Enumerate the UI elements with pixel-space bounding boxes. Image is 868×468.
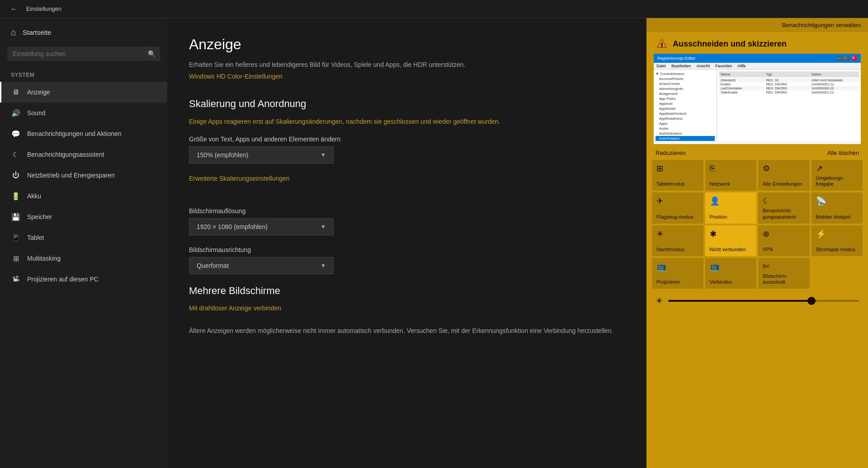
search-input[interactable] [7,47,160,61]
qa-label-nachtmodus: Nachtmodus [656,247,684,253]
resolution-value: 1920 × 1080 (empfohlen) [197,223,268,230]
text-size-dropdown[interactable]: 150% (empfohlen) ▼ [189,146,334,164]
sidebar-item-projizieren[interactable]: 📽 Projizieren auf diesen PC [0,269,167,290]
akku-icon: 🔋 [11,191,21,201]
brightness-icon: ☀ [656,296,663,306]
back-button[interactable]: ← [7,2,21,16]
resolution-dropdown-arrow: ▼ [321,224,326,230]
sidebar: ⌂ Startseite 🔍 System 🖥 Anzeige 🔊 Sound … [0,18,167,468]
sidebar-item-label-benachrichtigungen: Benachrichtigungen und Aktionen [27,130,122,137]
qa-label-projizieren: Projizieren [656,279,680,285]
search-icon: 🔍 [148,50,156,57]
app-notification-title: Ausschneiden und skizzieren [673,39,787,49]
sidebar-home-button[interactable]: ⌂ Startseite [0,18,167,47]
brightness-slider-track[interactable] [668,300,859,302]
page-title: Anzeige [189,36,625,53]
app-notification-header: Ausschneiden und skizzieren [646,32,868,54]
qa-tile-mobiler-hotspot[interactable]: 📡 Mobiler Hotspot [811,192,863,223]
qa-label-tabletmodus: Tabletmodus [656,181,684,187]
vpn-icon: ⊕ [763,229,769,239]
resolution-dropdown[interactable]: 1920 × 1080 (empfohlen) ▼ [189,218,334,235]
sidebar-item-label-speicher: Speicher [27,213,52,220]
qa-tile-bildschirmausschnitt[interactable]: ✄ Bildschirm-ausschnitt [758,258,810,289]
qa-label-netzwerk: Netzwerk [710,181,731,187]
right-panel: Benachrichtigungen verwalten Ausschneide… [646,18,868,468]
mobiler-hotspot-icon: 📡 [816,196,826,206]
svg-rect-1 [661,43,663,46]
svg-rect-2 [661,46,663,47]
qa-tile-benachrichtigungsassistent[interactable]: ☾ Benachrichti-gungsassistent [758,192,810,223]
qa-label-stromspar: Stromspar-modus [816,247,855,253]
sidebar-item-multitasking[interactable]: ⊞ Multitasking [0,248,167,269]
sidebar-home-label: Startseite [23,28,51,36]
sidebar-item-label-multitasking: Multitasking [27,255,61,262]
multitasking-icon: ⊞ [11,253,21,263]
alle-einstellungen-icon: ⚙ [763,164,770,173]
orientation-dropdown[interactable]: Querformat ▼ [189,257,334,274]
sidebar-item-sound[interactable]: 🔊 Sound [0,103,167,123]
qa-tile-umgebungsfreigabe[interactable]: ↗ Umgebungs-freigabe [811,160,863,191]
clear-all-button[interactable]: Alle löschen [827,150,859,156]
orientation-dropdown-arrow: ▼ [321,262,326,269]
qa-tile-netzwerk[interactable]: ⎘ Netzwerk [705,160,757,191]
nachtmodus-icon: ☀ [656,229,664,239]
hdr-link[interactable]: Windows HD Color-Einstellungen [189,73,283,80]
qa-tile-flugzeugmodus[interactable]: ✈ Flugzeug-modus [652,192,703,223]
reg-minimize[interactable]: — [837,56,843,61]
sidebar-item-anzeige[interactable]: 🖥 Anzeige [0,82,167,103]
projizieren-sidebar-icon: 📽 [11,274,21,284]
sidebar-item-akku[interactable]: 🔋 Akku [0,186,167,206]
reg-maximize[interactable]: □ [844,56,850,61]
sidebar-item-tablet[interactable]: 📱 Tablet [0,227,167,248]
sidebar-item-netzbetrieb[interactable]: ⏻ Netzbetrieb und Energiesparen [0,165,167,186]
app-screenshot: Registrierungs-Editor — □ ✕ DateiBearbei… [654,54,861,144]
panel-actions: Reduzieren Alle löschen [646,148,868,158]
sidebar-item-label-benachrichtigungsassistent: Benachrichtigungsassistent [27,151,104,158]
main-layout: ⌂ Startseite 🔍 System 🖥 Anzeige 🔊 Sound … [0,18,868,468]
sound-icon: 🔊 [11,108,21,118]
qa-label-flugzeugmodus: Flugzeug-modus [656,214,693,220]
sidebar-item-label-anzeige: Anzeige [27,89,50,96]
sidebar-search-container: 🔍 [7,47,160,61]
qa-label-bildschirmausschnitt: Bildschirm-ausschnitt [763,273,805,285]
benachrichtigungsassistent-icon: ☾ [11,150,21,159]
qa-label-position: Position [710,214,727,220]
app-title: Einstellungen [26,5,61,12]
brightness-control: ☀ [646,290,868,311]
qa-tile-position[interactable]: 👤 Position [705,192,757,223]
qa-tile-tabletmodus[interactable]: ⊞ Tabletmodus [652,160,703,191]
netzbetrieb-icon: ⏻ [11,170,21,180]
qa-tile-stromspar[interactable]: ⚡ Stromspar-modus [811,225,863,256]
qa-tile-projizieren[interactable]: 📺 Projizieren [652,258,703,289]
notification-header: Benachrichtigungen verwalten [646,18,868,32]
benachrichtigungen-icon: 💬 [11,129,21,139]
sidebar-item-benachrichtigungsassistent[interactable]: ☾ Benachrichtigungsassistent [0,144,167,165]
multiple-displays-heading: Mehrere Bildschirme [189,285,625,297]
content-area: Anzeige Erhalten Sie ein helleres und le… [167,18,646,468]
reduce-button[interactable]: Reduzieren [656,150,686,156]
netzwerk-icon: ⎘ [710,164,715,173]
projizieren-qa-icon: 📺 [656,262,666,271]
position-icon: 👤 [710,196,720,206]
sidebar-item-benachrichtigungen[interactable]: 💬 Benachrichtigungen und Aktionen [0,123,167,144]
sidebar-item-label-sound: Sound [27,109,45,117]
qa-tile-alle-einstellungen[interactable]: ⚙ Alle Einstellungen [758,160,810,191]
app-icon [656,37,668,50]
nicht-verbunden-icon: ✱ [710,229,717,239]
brightness-slider-fill [668,300,811,302]
home-icon: ⌂ [11,27,16,37]
orientation-label: Bildschirmausrichtung [189,246,625,253]
resolution-label: Bildschirmauflösung [189,207,625,215]
qa-tile-verbinden[interactable]: 📺 Verbinden [705,258,757,289]
advanced-scaling-link[interactable]: Erweiterte Skalierungseinstellungen [189,175,290,182]
brightness-slider-thumb[interactable] [807,297,816,305]
qa-tile-vpn[interactable]: ⊕ VPN [758,225,810,256]
sidebar-item-speicher[interactable]: 💾 Speicher [0,206,167,227]
qa-tile-nachtmodus[interactable]: ☀ Nachtmodus [652,225,703,256]
reg-close[interactable]: ✕ [852,56,857,61]
notification-manage-link[interactable]: Benachrichtigungen verwalten [782,22,861,28]
wireless-display-link[interactable]: Mit drahtloser Anzeige verbinden [189,304,281,312]
speicher-icon: 💾 [11,212,21,222]
qa-label-vpn: VPN [763,247,773,253]
qa-tile-nicht-verbunden[interactable]: ✱ Nicht verbunden [705,225,757,256]
